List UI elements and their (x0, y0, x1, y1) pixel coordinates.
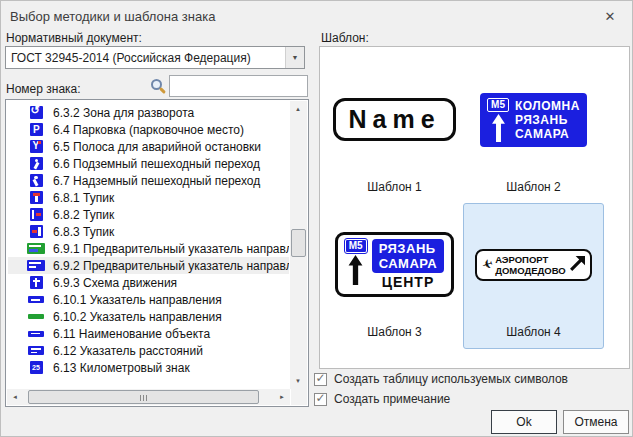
list-item-label: 6.3.2 Зона для разворота (53, 106, 194, 120)
scrollbar-corner (291, 389, 307, 405)
airplane-icon: ✈ (480, 256, 495, 274)
normative-document-combobox[interactable]: ГОСТ 32945-2014 (Российская Федерация) ▼ (5, 46, 305, 69)
list-item[interactable]: 6.11 Наименование объекта (8, 325, 289, 342)
parking-icon (30, 123, 43, 136)
white-direction-sign-preview: М5 РЯЗАНЬ САМАРА ЦЕНТР (335, 232, 455, 297)
ok-button[interactable]: Ok (491, 410, 557, 434)
scroll-left-icon[interactable]: ◄ (7, 389, 23, 405)
template-group-label: Шаблон: (321, 31, 369, 45)
normative-document-value: ГОСТ 32945-2014 (Российская Федерация) (6, 51, 285, 65)
advance-sign-blue-icon (27, 260, 45, 271)
airport-sign-preview: ✈ АЭРОПОРТ ДОМОДЕДОВО (475, 249, 592, 281)
kilometer-sign-icon: 25 (30, 361, 43, 374)
template-group: Name Шаблон 1 М5 КОЛОМНА РЯЗАНЬ (319, 46, 630, 369)
list-item-label: 6.12 Указатель расстояний (53, 344, 203, 358)
create-symbol-table-option[interactable]: ✓ Создать таблицу используемых символов (314, 372, 568, 386)
overpass-icon (30, 174, 43, 187)
list-item-label: 6.10.1 Указатель направления (53, 293, 222, 307)
scroll-right-icon[interactable]: ► (274, 389, 290, 405)
sign-list: 6.3.2 Зона для разворота 6.4 Парковка (п… (5, 99, 309, 407)
normative-document-label: Нормативный документ: (6, 31, 142, 45)
underpass-icon (30, 157, 43, 170)
template-caption: Шаблон 3 (367, 325, 421, 339)
vertical-scrollbar[interactable]: ▲ ▼ (290, 101, 307, 389)
list-item[interactable]: 6.3.2 Зона для разворота (8, 104, 289, 121)
list-item[interactable]: 25 6.13 Километровый знак (8, 359, 289, 376)
checkbox-create-note[interactable]: ✓ (314, 393, 327, 406)
list-item[interactable]: 6.9.2 Предварительный указатель направле… (8, 257, 289, 274)
sign-search-input[interactable] (169, 75, 308, 97)
list-item-label: 6.5 Полоса для аварийной остановки (53, 140, 261, 154)
sign-template-dialog: Выбор методики и шаблона знака ✕ Нормати… (0, 0, 633, 437)
template-caption: Шаблон 1 (367, 180, 421, 194)
list-item-label: 6.9.1 Предварительный указатель направле… (53, 242, 289, 256)
sign-number-label: Номер знака: (6, 82, 81, 96)
horizontal-scrollbar[interactable]: ◄ ► (7, 389, 290, 405)
list-item-label: 6.8.2 Тупик (53, 208, 114, 222)
list-item-label: 6.11 Наименование объекта (53, 327, 210, 341)
list-item[interactable]: 6.5 Полоса для аварийной остановки (8, 138, 289, 155)
template-cell-4[interactable]: ✈ АЭРОПОРТ ДОМОДЕДОВО Шаблон 4 (463, 203, 604, 349)
deadend-t-icon (30, 191, 43, 204)
direction-sign-green-icon (28, 314, 44, 319)
template-cell-3[interactable]: М5 РЯЗАНЬ САМАРА ЦЕНТР Шаблон 3 (324, 203, 465, 349)
up-arrow-icon (492, 114, 505, 142)
template-caption: Шаблон 4 (506, 325, 560, 339)
direction-sign-blue-icon (28, 296, 44, 303)
list-item-label: 6.8.3 Тупик (53, 225, 114, 239)
list-item[interactable]: 6.8.3 Тупик (8, 223, 289, 240)
list-item[interactable]: 6.7 Надземный пешеходный переход (8, 172, 289, 189)
route-badge: М5 (487, 98, 509, 112)
list-item-label: 6.9.3 Схема движения (53, 276, 177, 290)
list-item-label: 6.13 Километровый знак (53, 361, 190, 375)
route-badge: М5 (345, 239, 367, 253)
search-icon (151, 79, 162, 90)
template-caption: Шаблон 2 (506, 180, 560, 194)
sign-list-rows: 6.3.2 Зона для разворота 6.4 Парковка (п… (8, 102, 289, 388)
close-icon[interactable]: ✕ (601, 7, 619, 25)
name-plate-sign-preview: Name (333, 98, 455, 141)
emergency-lane-icon (30, 140, 43, 153)
cancel-button[interactable]: Отмена (563, 410, 629, 434)
advance-sign-green-icon (27, 243, 45, 254)
deadend-left-icon (30, 225, 43, 238)
check-icon: ✓ (316, 371, 326, 385)
list-item[interactable]: 6.12 Указатель расстояний (8, 342, 289, 359)
blue-panel: РЯЗАНЬ САМАРА (372, 239, 445, 273)
object-name-icon (28, 331, 44, 337)
list-item[interactable]: 6.9.1 Предварительный указатель направле… (8, 240, 289, 257)
list-item[interactable]: 6.10.1 Указатель направления (8, 291, 289, 308)
list-item[interactable]: 6.6 Подземный пешеходный переход (8, 155, 289, 172)
deadend-right-icon (30, 208, 43, 221)
template-cell-1[interactable]: Name Шаблон 1 (324, 58, 465, 204)
scroll-down-icon[interactable]: ▼ (290, 373, 306, 389)
list-item-label: 6.8.1 Тупик (53, 191, 114, 205)
list-item[interactable]: 6.10.2 Указатель направления (8, 308, 289, 325)
list-item-label: 6.6 Подземный пешеходный переход (53, 157, 260, 171)
distance-sign-icon (28, 346, 44, 355)
list-item[interactable]: 6.8.1 Тупик (8, 189, 289, 206)
create-note-option[interactable]: ✓ Создать примечание (314, 392, 450, 406)
scroll-up-icon[interactable]: ▲ (290, 101, 306, 117)
chevron-down-icon[interactable]: ▼ (285, 47, 304, 68)
vertical-scrollbar-thumb[interactable] (291, 229, 306, 257)
list-item-label: 6.10.2 Указатель направления (53, 310, 222, 324)
route-scheme-icon (30, 276, 43, 289)
blue-direction-sign-preview: М5 КОЛОМНА РЯЗАНЬ САМАРА (480, 93, 587, 147)
list-item[interactable]: 6.9.3 Схема движения (8, 274, 289, 291)
list-item-label: 6.4 Парковка (парковочное место) (53, 123, 244, 137)
list-item[interactable]: 6.4 Парковка (парковочное место) (8, 121, 289, 138)
template-cell-2[interactable]: М5 КОЛОМНА РЯЗАНЬ САМАРА Шаблон 2 (463, 58, 604, 204)
check-icon: ✓ (316, 391, 326, 405)
diagonal-arrow-icon (568, 256, 585, 273)
list-item-label: 6.7 Надземный пешеходный переход (53, 174, 260, 188)
horizontal-scrollbar-thumb[interactable] (28, 390, 259, 404)
list-item-label: 6.9.2 Предварительный указатель направле… (53, 259, 289, 273)
dialog-title: Выбор методики и шаблона знака (10, 9, 215, 24)
up-arrow-icon (348, 255, 363, 285)
list-item[interactable]: 6.8.2 Тупик (8, 206, 289, 223)
checkbox-create-symbol-table[interactable]: ✓ (314, 373, 327, 386)
uturn-zone-icon (30, 106, 43, 119)
